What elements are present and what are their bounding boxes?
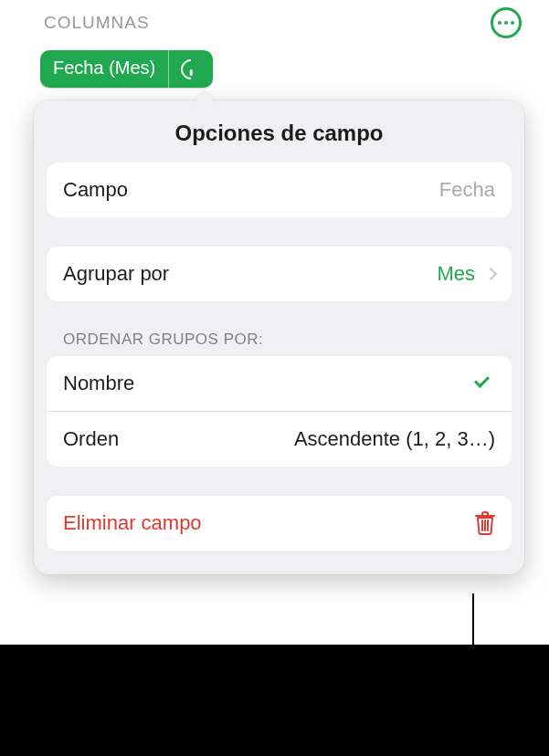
field-row-label: Campo (63, 178, 128, 202)
sort-order-label: Orden (63, 427, 119, 451)
chevron-right-icon (484, 268, 497, 280)
columns-header-title: COLUMNAS (44, 13, 150, 33)
field-row: Campo Fecha (47, 163, 512, 217)
group-by-value: Mes (437, 262, 475, 286)
delete-field-row[interactable]: Eliminar campo (47, 496, 512, 551)
popover-title: Opciones de campo (34, 100, 524, 163)
group-by-label: Agrupar por (63, 262, 169, 286)
bottom-black-band (0, 645, 549, 756)
sort-order-value: Ascendente (1, 2, 3…) (294, 427, 495, 451)
group-by-row[interactable]: Agrupar por Mes (47, 247, 512, 301)
field-pill-fecha-mes[interactable]: Fecha (Mes) (40, 50, 213, 88)
field-pill-label: Fecha (Mes) (40, 50, 168, 88)
sort-by-name-label: Nombre (63, 372, 134, 395)
sort-by-name-row[interactable]: Nombre (47, 356, 512, 411)
delete-field-label: Eliminar campo (63, 511, 202, 535)
trash-icon (475, 511, 495, 535)
field-options-icon[interactable] (169, 59, 213, 79)
field-options-popover: Opciones de campo Campo Fecha Agrupar po… (34, 100, 524, 574)
sort-order-row[interactable]: Orden Ascendente (1, 2, 3…) (47, 411, 512, 467)
more-options-button[interactable] (491, 7, 522, 38)
popover-pointer (192, 90, 217, 105)
field-row-value: Fecha (439, 178, 495, 202)
sort-section-label: ORDENAR GRUPOS POR: (63, 331, 495, 349)
columns-header: COLUMNAS (27, 0, 531, 46)
checkmark-icon (475, 373, 495, 394)
